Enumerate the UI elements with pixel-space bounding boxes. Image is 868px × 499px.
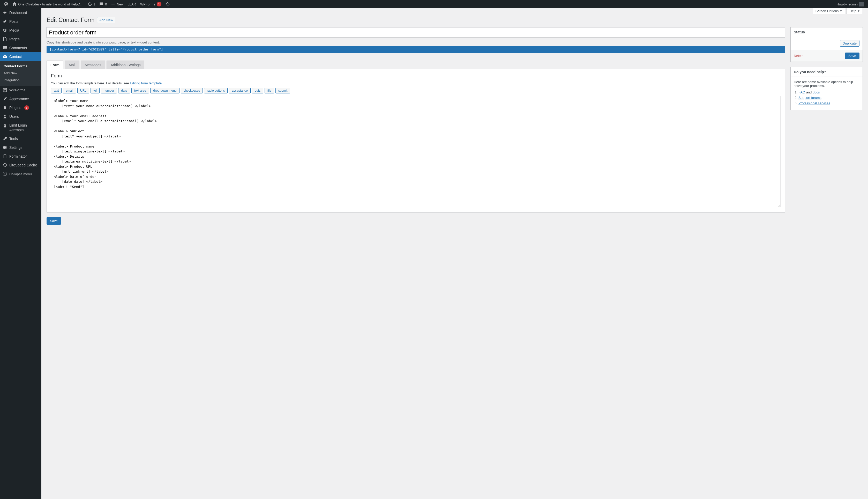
svg-point-6 xyxy=(4,148,5,149)
tag-button-radio-buttons[interactable]: radio buttons xyxy=(204,88,228,94)
tag-button-text-area[interactable]: text area xyxy=(131,88,149,94)
faq-link[interactable]: FAQ xyxy=(798,90,805,94)
panel-title: Form xyxy=(51,73,781,79)
wpforms-icon xyxy=(3,88,7,93)
menu-dashboard[interactable]: Dashboard xyxy=(0,8,41,17)
my-account[interactable]: Howdy, admin xyxy=(835,0,866,8)
collapse-menu[interactable]: Collapse menu xyxy=(0,170,41,178)
clipboard-icon xyxy=(3,154,7,159)
menu-users[interactable]: Users xyxy=(0,112,41,121)
wrench-icon xyxy=(3,136,7,141)
tag-button-submit[interactable]: submit xyxy=(275,88,290,94)
brush-icon xyxy=(3,97,7,101)
updates[interactable]: 1 xyxy=(86,0,97,8)
help-box-title: Do you need help? xyxy=(791,67,863,77)
menu-comments[interactable]: Comments xyxy=(0,44,41,52)
mail-icon xyxy=(3,54,7,59)
svg-rect-8 xyxy=(4,155,5,155)
howdy-text: Howdy, admin xyxy=(837,2,858,6)
menu-contact[interactable]: Contact xyxy=(0,52,41,61)
tag-button-checkboxes[interactable]: checkboxes xyxy=(181,88,203,94)
admin-menu: Dashboard Posts Media Pages Comments Con… xyxy=(0,8,41,499)
page-icon xyxy=(3,37,7,41)
tag-button-email[interactable]: email xyxy=(63,88,76,94)
help-item-1: FAQ and docs xyxy=(798,90,859,94)
menu-wpforms[interactable]: WPForms xyxy=(0,86,41,95)
update-icon xyxy=(88,2,92,6)
tag-button-text[interactable]: text xyxy=(51,88,62,94)
tag-button-quiz[interactable]: quiz xyxy=(252,88,263,94)
duplicate-button[interactable]: Duplicate xyxy=(840,40,859,47)
llar-label: LLAR xyxy=(127,2,136,6)
editing-form-template-link[interactable]: Editing form template xyxy=(130,81,162,85)
new-label: New xyxy=(117,2,123,6)
save-button-bottom[interactable]: Save xyxy=(47,217,61,225)
tag-button-date[interactable]: date xyxy=(118,88,130,94)
svg-point-5 xyxy=(5,147,6,148)
support-forums-link[interactable]: Support forums xyxy=(798,96,821,100)
form-title-input[interactable] xyxy=(47,27,785,38)
comments[interactable]: 0 xyxy=(97,0,109,8)
site-name[interactable]: One Chlebdesk to rule the world of HelpD… xyxy=(10,0,86,8)
wpforms-bar[interactable]: WPForms 1 xyxy=(138,0,163,8)
plugins-count-badge: 1 xyxy=(24,105,29,110)
menu-posts[interactable]: Posts xyxy=(0,17,41,26)
new-content[interactable]: New xyxy=(109,0,125,8)
chevron-down-icon: ▼ xyxy=(840,10,842,12)
status-box: Status Duplicate Delete Save xyxy=(790,27,863,62)
updates-count: 1 xyxy=(93,2,95,6)
tag-button-URL[interactable]: URL xyxy=(77,88,89,94)
help-intro: Here are some available options to help … xyxy=(794,80,859,88)
sliders-icon xyxy=(3,145,7,150)
menu-forminator[interactable]: Forminator xyxy=(0,152,41,161)
docs-link[interactable]: docs xyxy=(813,90,820,94)
delete-link[interactable]: Delete xyxy=(794,54,804,58)
screen-options-toggle[interactable]: Screen Options ▼ xyxy=(813,8,845,14)
menu-media[interactable]: Media xyxy=(0,26,41,35)
pro-services-link[interactable]: Professional services xyxy=(798,101,830,105)
add-new-button[interactable]: Add New xyxy=(97,17,115,23)
tag-button-drop-down-menu[interactable]: drop-down menu xyxy=(150,88,179,94)
help-toggle[interactable]: Help ▼ xyxy=(846,8,863,14)
svg-point-2 xyxy=(4,115,5,117)
chevron-down-icon: ▼ xyxy=(857,10,860,12)
save-button[interactable]: Save xyxy=(845,52,859,59)
status-box-title: Status xyxy=(791,27,863,37)
llar[interactable]: LLAR xyxy=(125,0,138,8)
tab-form[interactable]: Form xyxy=(47,61,63,69)
menu-appearance[interactable]: Appearance xyxy=(0,95,41,103)
menu-litespeed[interactable]: LiteSpeed Cache xyxy=(0,161,41,170)
menu-settings[interactable]: Settings xyxy=(0,143,41,152)
wordpress-icon xyxy=(4,2,8,6)
tag-generator-buttons: textemailURLtelnumberdatetext areadrop-d… xyxy=(51,88,781,94)
tag-button-tel[interactable]: tel xyxy=(90,88,100,94)
help-item-3: Professional services xyxy=(798,101,859,105)
svg-rect-3 xyxy=(4,125,6,127)
form-template-textarea[interactable] xyxy=(51,96,781,207)
comment-icon xyxy=(99,2,103,6)
submenu-contact-forms[interactable]: Contact Forms xyxy=(0,63,41,70)
submenu-add-new[interactable]: Add New xyxy=(0,70,41,77)
tag-button-acceptance[interactable]: acceptance xyxy=(229,88,250,94)
tag-button-number[interactable]: number xyxy=(101,88,117,94)
svg-rect-7 xyxy=(4,155,6,158)
shortcode-box[interactable]: [contact-form-7 id="d301589" title="Prod… xyxy=(47,46,785,53)
menu-tools[interactable]: Tools xyxy=(0,134,41,143)
home-icon xyxy=(12,2,16,6)
collapse-icon xyxy=(3,172,7,176)
litespeed-bar[interactable] xyxy=(163,0,172,8)
wp-logo[interactable] xyxy=(2,0,10,8)
svg-point-4 xyxy=(4,146,5,147)
avatar xyxy=(859,2,864,7)
menu-limit-login[interactable]: Limit Login Attempts xyxy=(0,121,41,134)
menu-plugins[interactable]: Plugins 1 xyxy=(0,103,41,112)
menu-pages[interactable]: Pages xyxy=(0,35,41,44)
tab-additional-settings[interactable]: Additional Settings xyxy=(106,61,144,69)
tab-messages[interactable]: Messages xyxy=(81,61,105,69)
comments-count: 0 xyxy=(105,2,107,6)
tag-button-file[interactable]: file xyxy=(265,88,274,94)
submenu-integration[interactable]: Integration xyxy=(0,77,41,84)
tab-mail[interactable]: Mail xyxy=(65,61,79,69)
shortcode-description: Copy this shortcode and paste it into yo… xyxy=(47,40,785,44)
form-panel: Form You can edit the form template here… xyxy=(47,69,785,212)
